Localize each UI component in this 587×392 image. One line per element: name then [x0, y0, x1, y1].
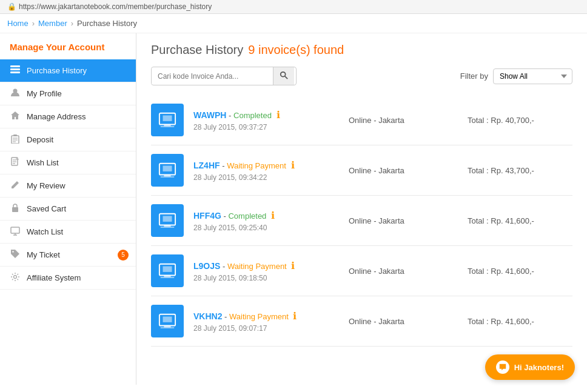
item-status-3: Waiting Payment: [227, 262, 287, 271]
sidebar-item-label: My Profile: [27, 89, 62, 98]
svg-rect-36: [161, 277, 175, 277]
sidebar-title: Manage Your Account: [0, 33, 136, 59]
sidebar-item-my-review[interactable]: My Review: [0, 174, 136, 198]
item-code-4: VKHN2: [193, 311, 222, 321]
item-code-status-2: HFF4G - Completed ℹ: [193, 210, 339, 221]
svg-rect-23: [164, 125, 170, 127]
item-total-1: Total : Rp. 43,700,-: [468, 166, 572, 175]
sidebar-item-my-ticket[interactable]: My Ticket 5: [0, 244, 136, 267]
item-icon-0: [151, 104, 184, 136]
item-code-2: HFF4G: [193, 211, 221, 221]
item-location-0: Online - Jakarta: [349, 116, 458, 125]
sidebar-item-purchase-history[interactable]: Purchase History: [0, 59, 136, 82]
list-icon: [10, 65, 21, 76]
svg-point-17: [12, 251, 13, 252]
item-location-2: Online - Jakarta: [349, 216, 458, 225]
item-icon-4: [151, 305, 184, 337]
item-code-status-0: WAWPH - Completed ℹ: [193, 109, 339, 121]
sidebar-item-label: Manage Address: [27, 112, 86, 121]
svg-rect-39: [164, 326, 170, 328]
url-bar: 🔒 https://www.jakartanotebook.com/member…: [0, 0, 587, 14]
purchase-item-1[interactable]: LZ4HF - Waiting Payment ℹ 28 July 2015, …: [151, 145, 572, 196]
purchase-item-4[interactable]: VKHN2 - Waiting Payment ℹ 28 July 2015, …: [151, 296, 572, 347]
breadcrumb-current: Purchase History: [77, 19, 137, 28]
item-total-0: Total : Rp. 40,700,-: [468, 116, 572, 125]
sidebar-item-affiliate[interactable]: Affiliate System: [0, 267, 136, 290]
svg-line-20: [285, 76, 287, 79]
svg-rect-31: [164, 225, 170, 227]
sidebar-item-my-profile[interactable]: My Profile: [0, 82, 136, 105]
svg-point-19: [281, 72, 286, 77]
sidebar: Manage Your Account Purchase History My …: [0, 33, 136, 385]
svg-rect-35: [164, 276, 170, 277]
breadcrumb-member[interactable]: Member: [38, 19, 67, 28]
sidebar-item-deposit[interactable]: Deposit: [0, 128, 136, 151]
item-icon-1: [151, 154, 184, 187]
item-code-0: WAWPH: [193, 110, 226, 120]
item-location-4: Online - Jakarta: [349, 317, 458, 326]
item-total-4: Total : Rp. 41,600,-: [468, 317, 572, 326]
svg-rect-28: [161, 176, 175, 177]
svg-rect-26: [163, 166, 172, 171]
info-icon-0[interactable]: ℹ: [277, 110, 280, 120]
breadcrumb-home[interactable]: Home: [7, 19, 29, 28]
home-icon: [10, 111, 21, 122]
page-title: Purchase History: [151, 43, 243, 57]
item-info-1: LZ4HF - Waiting Payment ℹ 28 July 2015, …: [193, 159, 339, 182]
sidebar-item-manage-address[interactable]: Manage Address: [0, 105, 136, 128]
info-icon-4[interactable]: ℹ: [293, 311, 297, 321]
item-date-0: 28 July 2015, 09:37:27: [193, 123, 339, 131]
tv-icon: [10, 226, 21, 238]
purchase-item-2[interactable]: HFF4G - Completed ℹ 28 July 2015, 09:25:…: [151, 196, 572, 246]
svg-rect-1: [10, 68, 20, 70]
filter-area: Filter by Show All Completed Waiting Pay…: [460, 68, 572, 84]
svg-rect-32: [161, 227, 175, 227]
clipboard-icon: [10, 134, 21, 145]
item-date-1: 28 July 2015, 09:34:22: [193, 173, 339, 182]
item-code-status-3: L9OJS - Waiting Payment ℹ: [193, 260, 339, 271]
search-button[interactable]: [273, 67, 294, 85]
sidebar-item-watch-list[interactable]: Watch List: [0, 221, 136, 244]
invoice-count: 9 invoice(s) found: [248, 43, 344, 57]
item-status-1: Waiting Payment: [227, 161, 286, 170]
page-header: Purchase History 9 invoice(s) found: [151, 43, 572, 57]
sidebar-item-label: Deposit: [27, 135, 53, 144]
sidebar-item-label: Saved Cart: [27, 204, 66, 213]
item-info-2: HFF4G - Completed ℹ 28 July 2015, 09:25:…: [193, 210, 339, 232]
purchase-list: WAWPH - Completed ℹ 28 July 2015, 09:37:…: [151, 95, 572, 347]
item-info-3: L9OJS - Waiting Payment ℹ 28 July 2015, …: [193, 260, 339, 282]
main-content: Purchase History 9 invoice(s) found Filt…: [136, 33, 587, 385]
tag-icon: [10, 249, 21, 261]
item-info-0: WAWPH - Completed ℹ 28 July 2015, 09:37:…: [193, 109, 339, 131]
svg-rect-2: [10, 71, 20, 73]
svg-rect-14: [11, 227, 19, 233]
chat-button[interactable]: Hi Jaknoters!: [485, 354, 575, 380]
filter-select[interactable]: Show All Completed Waiting Payment Cance…: [493, 68, 572, 84]
info-icon-1[interactable]: ℹ: [291, 160, 295, 170]
svg-rect-13: [12, 207, 18, 212]
chat-label: Hi Jaknoters!: [514, 363, 564, 372]
item-icon-2: [151, 204, 184, 237]
url-text: https://www.jakartanotebook.com/member/p…: [19, 2, 212, 11]
svg-rect-24: [161, 126, 175, 127]
svg-point-18: [14, 276, 17, 279]
item-code-status-4: VKHN2 - Waiting Payment ℹ: [193, 310, 339, 322]
lock-icon: [10, 203, 21, 214]
sidebar-item-label: My Ticket: [27, 250, 60, 259]
search-input[interactable]: [152, 68, 273, 84]
svg-rect-34: [163, 267, 172, 272]
sidebar-item-wish-list[interactable]: Wish List: [0, 151, 136, 174]
sidebar-item-label: Purchase History: [27, 66, 87, 75]
purchase-item-3[interactable]: L9OJS - Waiting Payment ℹ 28 July 2015, …: [151, 246, 572, 296]
svg-rect-30: [163, 216, 172, 222]
sidebar-item-saved-cart[interactable]: Saved Cart: [0, 198, 136, 221]
gear-icon: [10, 272, 21, 284]
search-box[interactable]: [151, 67, 297, 85]
info-icon-2[interactable]: ℹ: [271, 210, 275, 221]
svg-rect-38: [163, 317, 172, 322]
item-total-3: Total : Rp. 41,600,-: [468, 267, 572, 276]
purchase-item-0[interactable]: WAWPH - Completed ℹ 28 July 2015, 09:37:…: [151, 95, 572, 145]
info-icon-3[interactable]: ℹ: [291, 261, 295, 271]
svg-rect-0: [10, 65, 20, 67]
svg-rect-40: [161, 327, 175, 328]
